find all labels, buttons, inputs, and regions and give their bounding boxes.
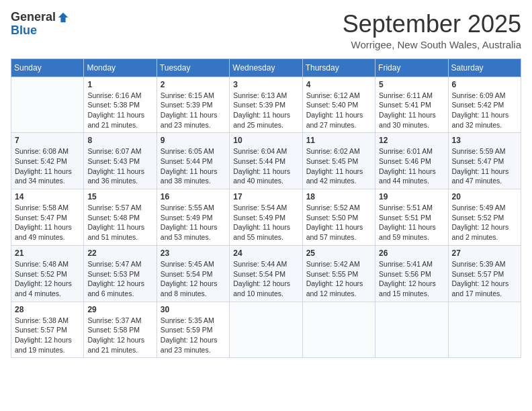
calendar-cell: 22Sunrise: 5:47 AM Sunset: 5:53 PM Dayli… [84, 245, 157, 302]
calendar-cell: 13Sunrise: 5:59 AM Sunset: 5:47 PM Dayli… [448, 133, 521, 189]
logo-icon [57, 11, 69, 24]
page-header: General Blue September 2025 Worrigee, Ne… [11, 11, 521, 50]
calendar-cell: 19Sunrise: 5:51 AM Sunset: 5:51 PM Dayli… [375, 189, 448, 246]
day-info: Sunrise: 5:49 AM Sunset: 5:52 PM Dayligh… [452, 203, 517, 242]
calendar-cell: 15Sunrise: 5:57 AM Sunset: 5:48 PM Dayli… [84, 189, 157, 246]
calendar-cell: 11Sunrise: 6:02 AM Sunset: 5:45 PM Dayli… [302, 133, 375, 189]
day-number: 5 [379, 80, 444, 89]
day-info: Sunrise: 5:38 AM Sunset: 5:57 PM Dayligh… [15, 316, 80, 355]
day-of-week-header: Tuesday [157, 58, 229, 77]
day-number: 29 [87, 305, 152, 314]
calendar-week-row: 14Sunrise: 5:58 AM Sunset: 5:47 PM Dayli… [11, 189, 521, 246]
calendar-cell: 25Sunrise: 5:42 AM Sunset: 5:55 PM Dayli… [302, 245, 375, 302]
day-number: 13 [452, 136, 517, 145]
day-of-week-header: Sunday [11, 58, 84, 77]
day-info: Sunrise: 6:11 AM Sunset: 5:41 PM Dayligh… [379, 91, 444, 130]
calendar-week-row: 1Sunrise: 6:16 AM Sunset: 5:38 PM Daylig… [11, 77, 521, 133]
day-number: 25 [306, 248, 371, 258]
day-info: Sunrise: 5:57 AM Sunset: 5:48 PM Dayligh… [87, 203, 152, 242]
calendar-cell: 18Sunrise: 5:52 AM Sunset: 5:50 PM Dayli… [302, 189, 375, 246]
location: Worrigee, New South Wales, Australia [343, 39, 521, 50]
calendar-header: SundayMondayTuesdayWednesdayThursdayFrid… [11, 58, 521, 77]
day-info: Sunrise: 5:45 AM Sunset: 5:54 PM Dayligh… [161, 259, 226, 299]
day-info: Sunrise: 6:16 AM Sunset: 5:38 PM Dayligh… [87, 91, 152, 130]
day-number: 24 [233, 248, 298, 258]
day-number: 20 [452, 192, 517, 201]
day-number: 27 [452, 248, 517, 258]
day-of-week-header: Saturday [448, 58, 521, 77]
calendar-cell: 20Sunrise: 5:49 AM Sunset: 5:52 PM Dayli… [448, 189, 521, 246]
day-number: 26 [379, 248, 444, 258]
day-info: Sunrise: 5:37 AM Sunset: 5:58 PM Dayligh… [87, 316, 152, 355]
calendar-cell: 23Sunrise: 5:45 AM Sunset: 5:54 PM Dayli… [157, 245, 229, 302]
calendar-cell: 5Sunrise: 6:11 AM Sunset: 5:41 PM Daylig… [375, 77, 448, 133]
calendar-cell: 17Sunrise: 5:54 AM Sunset: 5:49 PM Dayli… [230, 189, 302, 246]
day-number: 1 [87, 80, 152, 89]
calendar-cell: 30Sunrise: 5:35 AM Sunset: 5:59 PM Dayli… [157, 302, 229, 358]
logo: General Blue [11, 11, 69, 38]
calendar-cell: 10Sunrise: 6:04 AM Sunset: 5:44 PM Dayli… [230, 133, 302, 189]
day-info: Sunrise: 6:01 AM Sunset: 5:46 PM Dayligh… [379, 146, 444, 186]
calendar-cell: 3Sunrise: 6:13 AM Sunset: 5:39 PM Daylig… [230, 77, 302, 133]
day-info: Sunrise: 6:08 AM Sunset: 5:42 PM Dayligh… [15, 146, 80, 186]
day-number: 17 [233, 192, 298, 201]
calendar-cell: 4Sunrise: 6:12 AM Sunset: 5:40 PM Daylig… [302, 77, 375, 133]
day-number: 10 [233, 136, 298, 145]
day-info: Sunrise: 5:42 AM Sunset: 5:55 PM Dayligh… [306, 259, 371, 299]
calendar-cell: 26Sunrise: 5:41 AM Sunset: 5:56 PM Dayli… [375, 245, 448, 302]
calendar-cell: 7Sunrise: 6:08 AM Sunset: 5:42 PM Daylig… [11, 133, 84, 189]
day-info: Sunrise: 5:58 AM Sunset: 5:47 PM Dayligh… [15, 203, 80, 242]
day-info: Sunrise: 5:48 AM Sunset: 5:52 PM Dayligh… [15, 259, 80, 299]
day-number: 8 [87, 136, 152, 145]
day-of-week-header: Friday [375, 58, 448, 77]
calendar-cell: 2Sunrise: 6:15 AM Sunset: 5:39 PM Daylig… [157, 77, 229, 133]
calendar-cell: 14Sunrise: 5:58 AM Sunset: 5:47 PM Dayli… [11, 189, 84, 246]
day-info: Sunrise: 6:09 AM Sunset: 5:42 PM Dayligh… [452, 91, 517, 130]
calendar-cell: 24Sunrise: 5:44 AM Sunset: 5:54 PM Dayli… [230, 245, 302, 302]
day-info: Sunrise: 6:15 AM Sunset: 5:39 PM Dayligh… [161, 91, 226, 130]
calendar-cell: 8Sunrise: 6:07 AM Sunset: 5:43 PM Daylig… [84, 133, 157, 189]
day-info: Sunrise: 6:04 AM Sunset: 5:44 PM Dayligh… [233, 146, 298, 186]
calendar-cell [448, 302, 521, 358]
calendar-cell: 12Sunrise: 6:01 AM Sunset: 5:46 PM Dayli… [375, 133, 448, 189]
day-number: 3 [233, 80, 298, 89]
calendar-cell: 27Sunrise: 5:39 AM Sunset: 5:57 PM Dayli… [448, 245, 521, 302]
day-info: Sunrise: 6:05 AM Sunset: 5:44 PM Dayligh… [161, 146, 226, 186]
month-title: September 2025 [343, 11, 521, 38]
day-number: 14 [15, 192, 80, 201]
calendar-week-row: 21Sunrise: 5:48 AM Sunset: 5:52 PM Dayli… [11, 245, 521, 302]
day-info: Sunrise: 5:54 AM Sunset: 5:49 PM Dayligh… [233, 203, 298, 242]
calendar-cell [230, 302, 302, 358]
logo-general-text: General [11, 11, 56, 24]
day-number: 12 [379, 136, 444, 145]
day-of-week-header: Thursday [302, 58, 375, 77]
calendar-cell [375, 302, 448, 358]
day-number: 18 [306, 192, 371, 201]
calendar-week-row: 28Sunrise: 5:38 AM Sunset: 5:57 PM Dayli… [11, 302, 521, 358]
day-number: 21 [15, 248, 80, 258]
logo-blue-text: Blue [11, 24, 37, 38]
day-of-week-header: Wednesday [230, 58, 302, 77]
day-info: Sunrise: 5:39 AM Sunset: 5:57 PM Dayligh… [452, 259, 517, 299]
day-number: 30 [161, 305, 226, 314]
day-info: Sunrise: 5:47 AM Sunset: 5:53 PM Dayligh… [87, 259, 152, 299]
day-info: Sunrise: 5:41 AM Sunset: 5:56 PM Dayligh… [379, 259, 444, 299]
calendar: SundayMondayTuesdayWednesdayThursdayFrid… [11, 58, 521, 359]
day-number: 11 [306, 136, 371, 145]
day-number: 7 [15, 136, 80, 145]
day-number: 15 [87, 192, 152, 201]
calendar-cell: 9Sunrise: 6:05 AM Sunset: 5:44 PM Daylig… [157, 133, 229, 189]
day-info: Sunrise: 6:07 AM Sunset: 5:43 PM Dayligh… [87, 146, 152, 186]
day-number: 23 [161, 248, 226, 258]
day-number: 22 [87, 248, 152, 258]
day-info: Sunrise: 6:12 AM Sunset: 5:40 PM Dayligh… [306, 91, 371, 130]
day-info: Sunrise: 6:02 AM Sunset: 5:45 PM Dayligh… [306, 146, 371, 186]
day-info: Sunrise: 5:55 AM Sunset: 5:49 PM Dayligh… [161, 203, 226, 242]
calendar-cell: 6Sunrise: 6:09 AM Sunset: 5:42 PM Daylig… [448, 77, 521, 133]
day-info: Sunrise: 5:35 AM Sunset: 5:59 PM Dayligh… [161, 316, 226, 355]
calendar-cell [11, 77, 84, 133]
calendar-week-row: 7Sunrise: 6:08 AM Sunset: 5:42 PM Daylig… [11, 133, 521, 189]
day-number: 16 [161, 192, 226, 201]
day-info: Sunrise: 5:51 AM Sunset: 5:51 PM Dayligh… [379, 203, 444, 242]
calendar-cell [302, 302, 375, 358]
